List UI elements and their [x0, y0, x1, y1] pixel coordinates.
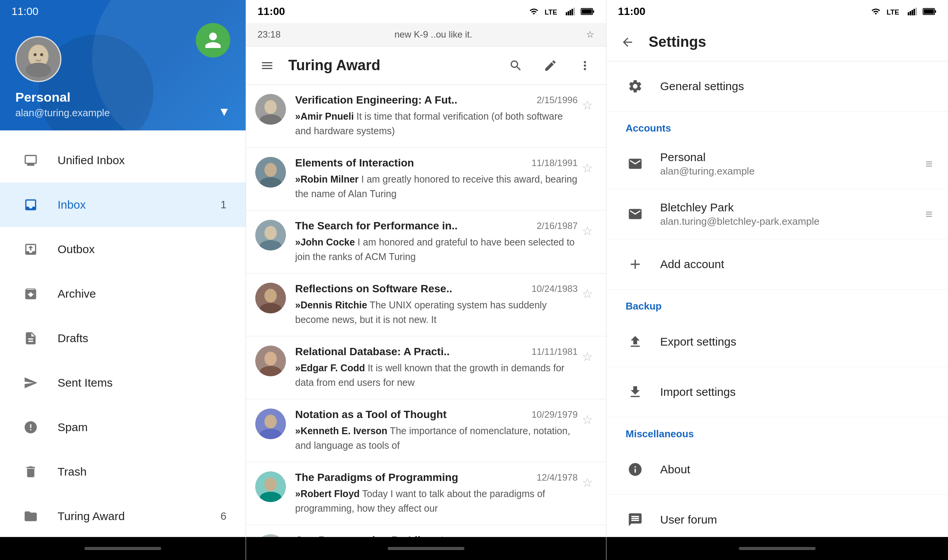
back-button[interactable]: [614, 29, 641, 56]
svg-point-39: [255, 534, 286, 537]
settings-item-general[interactable]: General settings: [606, 61, 948, 112]
drawer-item-trash[interactable]: Trash: [0, 450, 246, 494]
svg-point-19: [264, 100, 277, 114]
star-button[interactable]: ☆: [578, 473, 597, 492]
email-item[interactable]: Reflections on Software Rese.. 10/24/198…: [246, 273, 606, 336]
email-item[interactable]: Elements of Interaction 11/18/1991 »Robi…: [246, 148, 606, 211]
email-item[interactable]: The Search for Performance in.. 2/16/198…: [246, 211, 606, 273]
sender-avatar: [255, 408, 286, 439]
hamburger-button[interactable]: [254, 52, 281, 79]
email-content: The Search for Performance in.. 2/16/198…: [295, 220, 578, 264]
email-content: Reflections on Software Rese.. 10/24/198…: [295, 283, 578, 327]
settings-status-icons: LTE: [870, 7, 936, 16]
user-forum-text: User forum: [660, 513, 933, 526]
drawer-item-inbox[interactable]: Inbox 1: [0, 183, 246, 227]
about-title: About: [660, 463, 933, 476]
about-text: About: [660, 463, 933, 476]
email-item[interactable]: Notation as a Tool of Thought 10/29/1979…: [246, 399, 606, 462]
settings-item-import[interactable]: Import settings: [606, 367, 948, 417]
email-preview: »Dennis Ritchie The UNIX operating syste…: [295, 298, 578, 327]
sender-avatar: [255, 283, 286, 313]
settings-item-about[interactable]: About: [606, 445, 948, 495]
drawer-header: 11:00 Personal alan@turing.example ▼: [0, 0, 246, 130]
drawer-label-spam: Spam: [58, 421, 226, 434]
star-button[interactable]: ☆: [578, 221, 597, 240]
email-item[interactable]: The Paradigms of Programming 12/4/1978 »…: [246, 462, 606, 525]
star-button[interactable]: ☆: [578, 158, 597, 178]
email-bottom-bar: [246, 537, 606, 560]
sender-avatar: [255, 471, 286, 502]
email-item[interactable]: Can Programming Be Liberate.. 10/17/1977…: [246, 525, 606, 537]
drawer-item-archive[interactable]: Archive: [0, 272, 246, 316]
compose-button[interactable]: [537, 52, 564, 79]
battery-icon: [923, 7, 936, 16]
drawer-item-spam[interactable]: Spam: [0, 405, 246, 450]
email-toolbar-icons: [502, 52, 598, 79]
drawer-item-outbox[interactable]: Outbox: [0, 227, 246, 272]
sender-avatar: [255, 94, 286, 125]
user-forum-title: User forum: [660, 513, 933, 526]
drafts-icon: [19, 327, 42, 350]
settings-item-add-account[interactable]: Add account: [606, 239, 948, 290]
email-item[interactable]: Verification Engineering: A Fut.. 2/15/1…: [246, 85, 606, 148]
settings-status-bar: 11:00 LTE: [606, 0, 948, 23]
drawer-label-turing-award: Turing Award: [58, 510, 211, 523]
monitor-icon: [19, 149, 42, 172]
drawer-item-turing-award[interactable]: Turing Award 6: [0, 494, 246, 537]
svg-point-31: [264, 352, 277, 366]
drawer-label-archive: Archive: [58, 287, 226, 300]
forum-icon: [622, 506, 649, 533]
notif-text: new K-9 ..ou like it.: [395, 29, 472, 40]
svg-rect-12: [570, 10, 571, 15]
general-settings-title: General settings: [660, 80, 933, 93]
info-icon: [622, 456, 649, 483]
download-icon: [622, 379, 649, 405]
trash-icon: [19, 460, 42, 483]
email-subject: The Paradigms of Programming: [295, 471, 530, 484]
notif-star[interactable]: ☆: [586, 29, 595, 40]
svg-text:LTE: LTE: [887, 8, 899, 16]
drawer-item-unified-inbox[interactable]: Unified Inbox: [0, 138, 246, 183]
star-button[interactable]: ☆: [578, 347, 597, 366]
svg-rect-49: [913, 9, 915, 15]
dropdown-arrow[interactable]: ▼: [218, 105, 230, 119]
account-email: alan@turing.example: [15, 107, 230, 119]
search-button[interactable]: [502, 52, 529, 79]
svg-point-3: [34, 53, 37, 56]
svg-point-28: [264, 289, 277, 303]
settings-item-bletchley[interactable]: Bletchley Park alan.turing@bletchley-par…: [606, 189, 948, 239]
wifi-icon: [870, 7, 882, 16]
star-button[interactable]: ☆: [578, 284, 597, 303]
email-item[interactable]: Relational Database: A Practi.. 11/11/19…: [246, 336, 606, 399]
home-indicator: [84, 547, 161, 550]
settings-title: Settings: [649, 34, 706, 50]
archive-icon: [19, 282, 42, 305]
star-button[interactable]: ☆: [578, 96, 597, 115]
drawer-item-sent[interactable]: Sent Items: [0, 361, 246, 405]
svg-point-4: [40, 53, 43, 56]
email-toolbar-title: Turing Award: [288, 57, 502, 74]
settings-item-user-forum[interactable]: User forum: [606, 495, 948, 537]
bletchley-account-subtitle: alan.turing@bletchley-park.example: [660, 216, 925, 227]
email-header-row: Reflections on Software Rese.. 10/24/198…: [295, 283, 578, 295]
drag-handle: ≡: [925, 157, 933, 171]
svg-point-34: [264, 415, 277, 428]
svg-rect-46: [908, 12, 909, 15]
email-subject: The Search for Performance in..: [295, 220, 530, 232]
export-settings-text: Export settings: [660, 335, 933, 348]
svg-rect-48: [912, 10, 913, 15]
settings-item-personal[interactable]: Personal alan@turing.example ≡: [606, 139, 948, 189]
overflow-menu-button[interactable]: [571, 52, 598, 79]
sender-avatar: [255, 346, 286, 376]
drawer-item-drafts[interactable]: Drafts: [0, 316, 246, 361]
svg-rect-52: [935, 10, 936, 13]
email-header-row: The Search for Performance in.. 2/16/198…: [295, 220, 578, 232]
account-switch-icon[interactable]: [196, 23, 230, 58]
svg-rect-17: [582, 9, 592, 14]
star-button[interactable]: ☆: [578, 410, 597, 429]
drawer-label-inbox: Inbox: [58, 198, 211, 211]
svg-rect-13: [571, 9, 573, 15]
settings-item-export[interactable]: Export settings: [606, 317, 948, 367]
drag-handle: ≡: [925, 207, 933, 221]
drawer-bottom-bar: [0, 537, 246, 560]
